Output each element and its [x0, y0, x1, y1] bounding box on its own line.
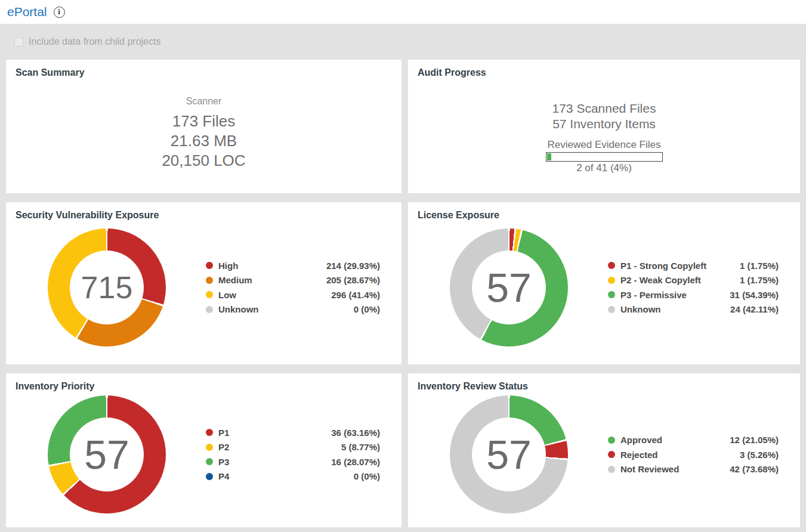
include-child-projects-label: Include data from child projects [29, 36, 160, 47]
legend-dot-icon [206, 429, 213, 436]
legend-value: 12 (21.05%) [730, 435, 779, 445]
license-exposure-title: License Exposure [418, 210, 790, 221]
panel-license-exposure: License Exposure 57 P1 - Strong Copyleft… [408, 202, 800, 364]
license-total-count: 57 [486, 267, 532, 308]
legend-item[interactable]: P316 (28.07%) [206, 454, 380, 469]
legend-item[interactable]: Unknown24 (42.11%) [608, 302, 779, 317]
legend-dot-icon [608, 291, 615, 298]
inventory-review-status-title: Inventory Review Status [418, 381, 790, 392]
scanned-files-stat: 173 Files [16, 112, 392, 131]
legend-label: Rejected [620, 450, 658, 460]
legend-dot-icon [206, 291, 213, 298]
legend-value: 31 (54.39%) [730, 290, 779, 300]
legend-item[interactable]: P25 (8.77%) [206, 440, 380, 455]
license-exposure-donut-chart[interactable]: 57 [450, 228, 568, 347]
include-child-projects-checkbox[interactable] [14, 38, 23, 47]
legend-label: P3 - Permissive [620, 290, 687, 300]
scanned-loc-stat: 20,150 LOC [16, 151, 392, 171]
review-total-count: 57 [486, 434, 532, 475]
legend-value: 1 (1.75%) [740, 261, 779, 271]
legend-label: P2 [218, 442, 229, 452]
reviewed-evidence-count: 2 of 41 (4%) [418, 162, 790, 174]
legend-item[interactable]: Rejected3 (5.26%) [608, 447, 779, 462]
inventory-priority-donut-chart[interactable]: 57 [48, 395, 166, 514]
legend-item[interactable]: Low296 (41.4%) [206, 287, 380, 302]
legend-value: 36 (63.16%) [331, 428, 380, 438]
audit-progress-title: Audit Progress [418, 67, 790, 78]
donut-center: 715 [70, 250, 144, 324]
inventory-priority-title: Inventory Priority [16, 381, 392, 392]
panel-inventory-review-status: Inventory Review Status 57 Approved12 (2… [408, 373, 800, 527]
info-icon[interactable]: i [54, 7, 65, 18]
legend-value: 16 (28.07%) [331, 457, 380, 467]
legend-item[interactable]: Approved12 (21.05%) [608, 432, 779, 447]
donut-center: 57 [70, 417, 144, 491]
legend-dot-icon [206, 473, 213, 480]
legend-dot-icon [206, 262, 213, 269]
legend-label: P1 - Strong Copyleft [620, 261, 706, 271]
license-exposure-legend: P1 - Strong Copyleft1 (1.75%)P2 - Weak C… [608, 258, 790, 317]
legend-label: Approved [620, 435, 662, 445]
legend-dot-icon [608, 306, 615, 313]
reviewed-evidence-label: Reviewed Evidence Files [418, 139, 790, 151]
legend-value: 5 (8.77%) [341, 442, 380, 452]
legend-label: Not Reviewed [620, 464, 679, 474]
legend-dot-icon [608, 466, 615, 473]
vulnerability-total-count: 715 [81, 272, 133, 303]
inventory-review-status-legend: Approved12 (21.05%)Rejected3 (5.26%)Not … [608, 432, 790, 477]
legend-item[interactable]: Medium205 (28.67%) [206, 273, 380, 288]
panel-security-vulnerability-exposure: Security Vulnerability Exposure 715 High… [6, 202, 402, 364]
page-header: ePortal i [0, 0, 806, 24]
legend-label: Low [218, 290, 236, 300]
donut-center: 57 [472, 250, 546, 324]
legend-label: Medium [218, 275, 252, 285]
legend-label: High [218, 261, 238, 271]
security-vulnerability-title: Security Vulnerability Exposure [16, 210, 392, 221]
legend-value: 42 (73.68%) [730, 464, 779, 474]
legend-item[interactable]: P136 (63.16%) [206, 425, 380, 440]
legend-item[interactable]: High214 (29.93%) [206, 258, 380, 273]
panel-grid: Scan Summary Scanner 173 Files 21.63 MB … [6, 60, 800, 527]
legend-dot-icon [206, 306, 213, 313]
project-title[interactable]: ePortal [7, 5, 47, 19]
legend-item[interactable]: P3 - Permissive31 (54.39%) [608, 287, 779, 302]
legend-label: P1 [218, 428, 229, 438]
legend-item[interactable]: Unknown0 (0%) [206, 302, 380, 317]
legend-item[interactable]: P40 (0%) [206, 469, 380, 484]
inventory-priority-legend: P136 (63.16%)P25 (8.77%)P316 (28.07%)P40… [206, 425, 392, 484]
legend-dot-icon [608, 451, 615, 458]
legend-dot-icon [206, 444, 213, 451]
legend-dot-icon [206, 458, 213, 465]
legend-label: Unknown [620, 304, 661, 314]
scan-summary-title: Scan Summary [16, 67, 392, 78]
inventory-items-line: 57 Inventory Items [418, 116, 790, 132]
legend-label: P2 - Weak Copyleft [620, 275, 701, 285]
legend-label: Unknown [218, 304, 259, 314]
donut-center: 57 [472, 417, 546, 491]
scanned-files-line: 173 Scanned Files [418, 101, 790, 116]
security-vulnerability-legend: High214 (29.93%)Medium205 (28.67%)Low296… [206, 258, 392, 317]
security-vulnerability-donut-chart[interactable]: 715 [48, 228, 166, 347]
legend-dot-icon [206, 277, 213, 284]
legend-dot-icon [608, 262, 615, 269]
inventory-total-count: 57 [84, 434, 129, 475]
legend-item[interactable]: P1 - Strong Copyleft1 (1.75%) [608, 258, 779, 273]
progressbar-fill [547, 153, 552, 160]
panel-scan-summary: Scan Summary Scanner 173 Files 21.63 MB … [6, 60, 402, 193]
legend-item[interactable]: Not Reviewed42 (73.68%) [608, 462, 779, 477]
inventory-review-status-donut-chart[interactable]: 57 [450, 395, 568, 514]
scanner-subtitle: Scanner [16, 96, 392, 107]
reviewed-evidence-progressbar [546, 152, 663, 162]
dashboard: Include data from child projects Scan Su… [0, 24, 806, 532]
legend-value: 24 (42.11%) [730, 304, 779, 314]
panel-inventory-priority: Inventory Priority 57 P136 (63.16%)P25 (… [6, 373, 402, 527]
legend-value: 0 (0%) [354, 471, 380, 481]
legend-label: P4 [218, 471, 229, 481]
scanned-size-stat: 21.63 MB [16, 131, 392, 151]
legend-item[interactable]: P2 - Weak Copyleft1 (1.75%) [608, 273, 779, 288]
legend-value: 205 (28.67%) [326, 275, 380, 285]
legend-value: 3 (5.26%) [740, 450, 779, 460]
legend-dot-icon [608, 277, 615, 284]
legend-value: 0 (0%) [354, 304, 380, 314]
toolbar: Include data from child projects [0, 24, 806, 60]
